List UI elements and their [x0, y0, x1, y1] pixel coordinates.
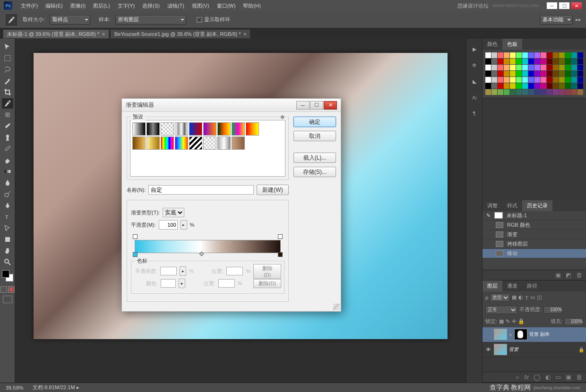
- swatch[interactable]: [522, 52, 528, 58]
- delete-opacity-stop[interactable]: 删除(D): [253, 264, 281, 279]
- fx-icon[interactable]: fx: [524, 374, 529, 381]
- swatch[interactable]: [541, 59, 546, 64]
- current-tool-icon[interactable]: [5, 13, 18, 26]
- swatch[interactable]: [565, 59, 571, 64]
- shape-tool[interactable]: [2, 234, 13, 245]
- close-icon[interactable]: ×: [102, 32, 105, 37]
- swatch[interactable]: [577, 83, 583, 89]
- lock-all-icon[interactable]: 🔒: [518, 318, 525, 324]
- swatch[interactable]: [516, 52, 522, 58]
- gradient-type-select[interactable]: 实底: [163, 208, 184, 217]
- swatch[interactable]: [565, 89, 571, 95]
- swatch[interactable]: [516, 59, 522, 64]
- filter-pixel-icon[interactable]: ▦: [512, 294, 517, 300]
- gradient-tool[interactable]: [2, 166, 13, 177]
- sample-select[interactable]: 所有图层: [115, 15, 186, 25]
- swatch[interactable]: [577, 65, 583, 70]
- menu-item[interactable]: 帮助(H): [239, 2, 264, 9]
- color-stop-0[interactable]: [133, 252, 138, 257]
- menu-item[interactable]: 滤镜(T): [164, 2, 188, 9]
- swatch[interactable]: [534, 71, 540, 77]
- gradient-preset[interactable]: [217, 136, 231, 150]
- swatch[interactable]: [577, 77, 583, 83]
- swatch[interactable]: [553, 77, 559, 83]
- swatch[interactable]: [547, 89, 552, 95]
- swatch[interactable]: [491, 59, 497, 64]
- swatch[interactable]: [516, 65, 522, 70]
- swatch[interactable]: [565, 52, 571, 58]
- tab-paths[interactable]: 路径: [522, 281, 542, 291]
- swatch[interactable]: [534, 65, 540, 70]
- camera-icon[interactable]: ◩: [566, 272, 571, 279]
- swatch[interactable]: [510, 59, 516, 64]
- swatch[interactable]: [485, 59, 491, 64]
- swatch[interactable]: [504, 83, 509, 89]
- minimize-button[interactable]: ─: [546, 2, 558, 9]
- swatch[interactable]: [510, 77, 516, 83]
- swatch[interactable]: [516, 77, 522, 83]
- layer-thumb[interactable]: [494, 329, 507, 340]
- swatches-grid[interactable]: [483, 50, 586, 98]
- swatch[interactable]: [577, 89, 583, 95]
- swatch[interactable]: [498, 65, 503, 70]
- dialog-titlebar[interactable]: 渐变编辑器 ─ ☐ ✕: [122, 99, 341, 112]
- blur-tool[interactable]: [2, 178, 13, 188]
- swatch[interactable]: [528, 77, 534, 83]
- swatch[interactable]: [559, 65, 565, 70]
- swatch[interactable]: [498, 89, 503, 95]
- smoothness-stepper[interactable]: ▸: [181, 220, 187, 230]
- opacity-stop-left[interactable]: [133, 234, 138, 239]
- swatch[interactable]: [541, 65, 546, 70]
- tab-color[interactable]: 颜色: [483, 39, 502, 50]
- swatch[interactable]: [541, 52, 546, 58]
- histogram-icon[interactable]: ◣: [469, 77, 480, 86]
- lock-paint-icon[interactable]: ✎: [506, 318, 510, 324]
- swatch[interactable]: [522, 59, 528, 64]
- gradient-preset[interactable]: [161, 122, 174, 136]
- tab-history[interactable]: 历史记录: [522, 200, 552, 211]
- opacity-stop-right[interactable]: [278, 234, 283, 239]
- swatch[interactable]: [565, 83, 571, 89]
- load-button[interactable]: 载入(L)...: [293, 153, 336, 163]
- dialog-minimize[interactable]: ─: [296, 101, 310, 110]
- group-icon[interactable]: ▭: [555, 374, 561, 381]
- gradient-preset[interactable]: [246, 122, 259, 136]
- menu-item[interactable]: 图像(I): [67, 2, 89, 9]
- swatch[interactable]: [528, 52, 534, 58]
- crop-tool[interactable]: [2, 87, 13, 97]
- gradient-preset[interactable]: [232, 136, 245, 150]
- swatch[interactable]: [553, 52, 559, 58]
- swatch[interactable]: [571, 71, 577, 77]
- stamp-tool[interactable]: [2, 132, 13, 143]
- swatch[interactable]: [498, 52, 503, 58]
- name-input[interactable]: [148, 185, 254, 195]
- swatch[interactable]: [547, 59, 552, 64]
- menu-item[interactable]: 文件(F): [17, 2, 42, 9]
- fill-input[interactable]: [564, 318, 583, 325]
- gradient-preset[interactable]: [175, 136, 188, 150]
- gradient-preset[interactable]: [161, 136, 174, 150]
- new-snapshot-icon[interactable]: ▣: [555, 272, 561, 279]
- swatch[interactable]: [547, 83, 552, 89]
- swatch[interactable]: [510, 71, 516, 77]
- hand-tool[interactable]: [2, 246, 13, 256]
- play-icon[interactable]: ▶: [469, 44, 480, 54]
- gear-icon[interactable]: ✲: [280, 114, 284, 120]
- swatch[interactable]: [504, 59, 509, 64]
- mask-icon[interactable]: ◯: [534, 374, 541, 381]
- save-button[interactable]: 存储(S)...: [293, 167, 336, 177]
- swatch[interactable]: [565, 71, 571, 77]
- resize-grip[interactable]: [333, 304, 340, 310]
- swatch[interactable]: [485, 83, 491, 89]
- tab-adjustments[interactable]: 调整: [483, 200, 502, 211]
- swatch[interactable]: [485, 77, 491, 83]
- expand-icon[interactable]: ▸▸: [576, 17, 581, 23]
- history-item[interactable]: 移动: [483, 249, 586, 258]
- screen-mode[interactable]: [3, 296, 12, 303]
- layer-kind-select[interactable]: 类型: [490, 293, 510, 302]
- marquee-tool[interactable]: [2, 53, 13, 63]
- swatch[interactable]: [510, 89, 516, 95]
- swatch[interactable]: [504, 65, 509, 70]
- gradient-preset[interactable]: [203, 122, 216, 136]
- swatch[interactable]: [522, 83, 528, 89]
